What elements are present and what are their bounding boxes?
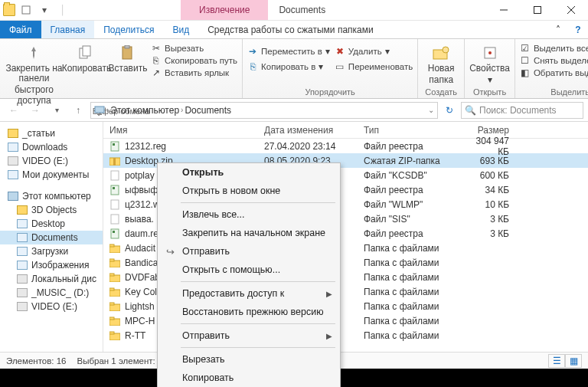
nav-up-button[interactable]: ↑: [69, 101, 87, 120]
svg-rect-24: [111, 229, 119, 238]
tab-view[interactable]: Вид: [163, 21, 198, 38]
ribbon-collapse-icon[interactable]: ˄: [548, 21, 568, 38]
nav-tree[interactable]: _статьи Downloads VIDEO (E:) Мои докумен…: [0, 122, 103, 352]
nav-forward-button[interactable]: →: [26, 101, 44, 120]
file-row[interactable]: 12312.reg27.04.2020 23:14Файл реестра304…: [103, 139, 588, 153]
file-name: ц2312.w: [125, 199, 160, 210]
close-button[interactable]: [554, 0, 588, 20]
svg-rect-8: [125, 45, 129, 48]
view-tiles-button[interactable]: ▦: [565, 354, 582, 368]
rename-button[interactable]: ▭Переименовать: [335, 61, 413, 72]
col-date[interactable]: Дата изменения: [264, 125, 364, 136]
tree-item-thispc[interactable]: Этот компьютер: [0, 189, 103, 203]
cm-send-share[interactable]: ↪Отправить: [158, 242, 340, 261]
pc-icon: [94, 106, 105, 115]
cut-button[interactable]: ✂Вырезать: [151, 43, 237, 54]
svg-rect-23: [111, 215, 119, 224]
tree-item-downloads[interactable]: Downloads: [0, 140, 103, 154]
paste-button[interactable]: Вставить: [109, 41, 146, 106]
tree-item-articles[interactable]: _статьи: [0, 126, 103, 140]
new-folder-icon: [431, 44, 451, 62]
crumb-documents[interactable]: Documents: [185, 105, 231, 116]
breadcrumb[interactable]: › Этот компьютер › Documents ⌄: [90, 102, 438, 119]
file-name: MPC-H: [125, 316, 155, 326]
file-name: R-TT: [125, 330, 145, 341]
group-new-label: Создать: [423, 87, 459, 97]
svg-rect-2: [534, 7, 541, 14]
cm-extract-all[interactable]: Извлечь все...: [158, 205, 340, 224]
file-name: potplay: [125, 170, 155, 181]
cm-pin-start[interactable]: Закрепить на начальном экране: [158, 224, 340, 242]
copy-path-button[interactable]: ⎘Скопировать путь: [151, 55, 237, 66]
invert-selection-button[interactable]: ◧Обратить выделение: [520, 67, 588, 78]
file-size: 304 947 КБ: [463, 136, 524, 157]
tab-home[interactable]: Главная: [41, 21, 95, 38]
refresh-button[interactable]: ↻: [441, 105, 458, 116]
cm-restore-version[interactable]: Восстановить прежнюю версию: [158, 303, 340, 321]
help-icon[interactable]: ?: [568, 21, 588, 38]
tree-item-3dobjects[interactable]: 3D Objects: [0, 203, 103, 217]
select-none-button[interactable]: ☐Снять выделение: [520, 55, 588, 66]
tab-file[interactable]: Файл: [0, 21, 41, 38]
move-to-button[interactable]: ➔Переместить в ▾: [247, 46, 330, 57]
cm-give-access[interactable]: Предоставить доступ к▶: [158, 284, 340, 303]
file-icon: [109, 272, 120, 283]
cm-send-to[interactable]: Отправить▶: [158, 326, 340, 345]
tree-item-pictures[interactable]: Изображения: [0, 258, 103, 272]
copy-button[interactable]: Копировать: [68, 41, 105, 106]
maximize-button[interactable]: [521, 0, 554, 20]
copy-icon: [77, 44, 96, 62]
breadcrumb-dropdown-icon[interactable]: ⌄: [428, 106, 434, 114]
group-organize-label: Упорядочить: [247, 87, 413, 97]
copy-to-button[interactable]: ⎘Копировать в ▾: [247, 61, 330, 72]
cm-open[interactable]: Открыть: [158, 163, 340, 182]
pin-icon: [24, 44, 44, 62]
col-type[interactable]: Тип: [364, 125, 463, 136]
tree-item-localdisk[interactable]: Локальный дис: [0, 272, 103, 286]
file-type: Файл реестра: [364, 228, 463, 239]
svg-rect-33: [109, 288, 114, 290]
cm-copy[interactable]: Копировать: [158, 369, 340, 387]
qat-new-icon[interactable]: [18, 2, 34, 18]
col-size[interactable]: Размер: [463, 125, 524, 136]
minimize-button[interactable]: [487, 0, 521, 20]
cm-open-with[interactable]: Открыть с помощью...: [158, 261, 340, 279]
tree-item-downloads2[interactable]: Загрузки: [0, 244, 103, 258]
view-details-button[interactable]: ☰: [548, 354, 565, 368]
paste-shortcut-button[interactable]: ↗Вставить ярлык: [151, 67, 237, 78]
chevron-icon[interactable]: ›: [106, 106, 109, 114]
window-folder-icon: [3, 4, 15, 16]
nav-history-button[interactable]: ▾: [47, 101, 66, 120]
col-name[interactable]: Имя: [103, 125, 264, 136]
delete-button[interactable]: ✖Удалить ▾: [335, 46, 413, 57]
tab-share[interactable]: Поделиться: [94, 21, 163, 38]
properties-icon: [480, 44, 500, 62]
tree-item-documents[interactable]: Documents: [0, 231, 103, 244]
file-name: Bandica: [125, 257, 158, 268]
chevron-icon[interactable]: ›: [181, 106, 183, 114]
search-input[interactable]: 🔍 Поиск: Documents: [461, 102, 583, 119]
pin-quick-access-button[interactable]: Закрепить на панелибыстрого доступа: [5, 41, 64, 106]
tab-compressed-tools[interactable]: Средства работы со сжатыми папками: [198, 21, 383, 38]
file-icon: [109, 141, 120, 152]
properties-button[interactable]: Свойства▾: [469, 41, 510, 87]
tree-item-music-d[interactable]: _MUSIC_ (D:): [0, 286, 103, 300]
qat-caret-icon[interactable]: ▾: [37, 2, 52, 18]
svg-rect-35: [109, 303, 114, 305]
svg-rect-0: [22, 6, 30, 14]
file-name: выава.: [125, 214, 154, 225]
tree-item-video-e2[interactable]: VIDEO (E:): [0, 300, 103, 313]
select-all-button[interactable]: ☑Выделить все: [520, 43, 588, 54]
crumb-this-pc[interactable]: Этот компьютер: [110, 105, 179, 116]
file-icon: [109, 243, 120, 254]
tree-item-desktop[interactable]: Desktop: [0, 217, 103, 231]
cm-cut[interactable]: Вырезать: [158, 350, 340, 369]
new-folder-button[interactable]: Новаяпапка: [423, 41, 459, 87]
chevron-right-icon: ▶: [326, 332, 332, 340]
svg-rect-29: [109, 259, 114, 261]
tree-item-video-e[interactable]: VIDEO (E:): [0, 154, 103, 168]
file-size: 693 КБ: [463, 156, 524, 166]
nav-back-button[interactable]: ←: [5, 101, 23, 120]
cm-open-new-window[interactable]: Открыть в новом окне: [158, 182, 340, 200]
tree-item-mydocs[interactable]: Мои документы: [0, 168, 103, 182]
